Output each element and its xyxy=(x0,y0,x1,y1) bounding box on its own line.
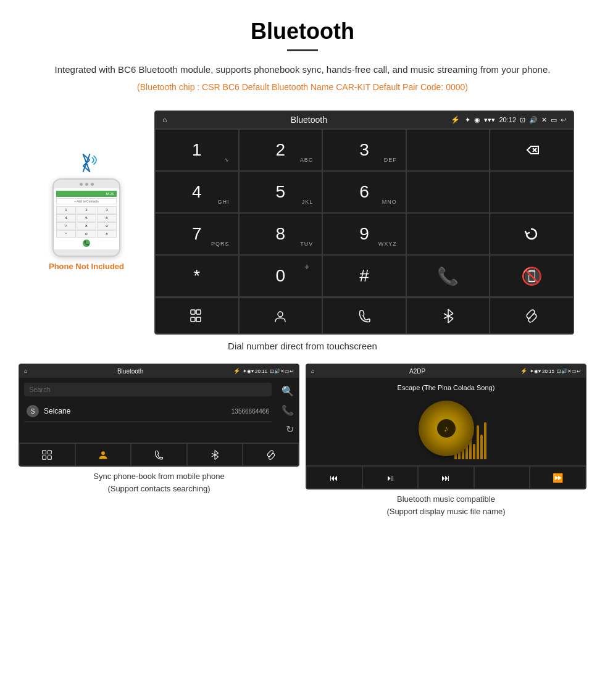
pb-bt-btn[interactable] xyxy=(187,443,243,466)
phone-key[interactable]: 3 xyxy=(97,206,117,214)
phone-key[interactable]: * xyxy=(56,230,76,238)
usb-icon-mini: ⚡ xyxy=(233,368,240,374)
control-icons-a2dp[interactable]: ⊡🔊✕▭↩ xyxy=(557,369,581,374)
dial-bottom-contacts[interactable] xyxy=(239,298,323,334)
a2dp-screen-wrapper: ⌂ A2DP ⚡ ✦◉▾ 20:15 ⊡🔊✕▭↩ Escape (The Pin… xyxy=(306,364,586,517)
refresh-icon xyxy=(523,225,540,243)
dial-key-2[interactable]: 2 ABC xyxy=(239,129,323,171)
phone-not-included-label: Phone Not Included xyxy=(49,262,124,271)
dial-key-hash[interactable]: # xyxy=(322,255,406,297)
apps-icon-pb xyxy=(42,450,52,460)
phone-key[interactable]: 0 xyxy=(77,230,96,238)
dial-bottom-apps[interactable] xyxy=(155,298,239,334)
svg-line-27 xyxy=(215,456,219,459)
phonebook-caption-line1: Sync phone-book from mobile phone xyxy=(93,470,224,483)
signal-icon: ▾▾▾ xyxy=(484,116,495,124)
link-icon xyxy=(525,309,538,323)
dial-number: 3 xyxy=(359,141,369,159)
phone-key[interactable]: # xyxy=(97,230,117,238)
pb-person-btn[interactable] xyxy=(75,443,131,466)
phone-key[interactable]: 4 xyxy=(56,214,76,222)
dial-bottom-phone[interactable] xyxy=(322,298,406,334)
dial-display-area xyxy=(406,129,490,171)
phone-key[interactable]: 1 xyxy=(56,206,76,214)
eq-bar xyxy=(484,422,486,459)
dial-key-0[interactable]: 0 + xyxy=(239,255,323,297)
phonebook-statusbar: ⌂ Bluetooth ⚡ ✦◉▾ 20:11 ⊡🔊✕▭↩ xyxy=(19,364,299,378)
dial-key-9[interactable]: 9 WXYZ xyxy=(322,213,406,255)
bluetooth-icon xyxy=(74,148,99,178)
dial-empty xyxy=(406,213,490,255)
status-icons-a2dp: ✦◉▾ 20:15 xyxy=(530,369,554,374)
pb-link-btn[interactable] xyxy=(243,443,299,466)
close-icon[interactable]: ✕ xyxy=(541,116,547,124)
a2dp-skip-btn[interactable]: ⏩ xyxy=(530,466,586,489)
phone-key[interactable]: 7 xyxy=(56,222,76,230)
location-icon: ◉ xyxy=(474,116,480,124)
contacts-icon xyxy=(273,309,287,323)
music-title: Escape (The Pina Colada Song) xyxy=(398,384,495,391)
dial-sub: TUV xyxy=(300,241,313,247)
dial-key-6[interactable]: 6 MNO xyxy=(322,171,406,213)
svg-rect-10 xyxy=(196,317,201,322)
dial-bottom-bluetooth[interactable] xyxy=(406,298,490,334)
music-disc-inner: ♪ xyxy=(437,419,456,438)
phone-key[interactable]: 6 xyxy=(97,214,117,222)
dial-key-8[interactable]: 8 TUV xyxy=(239,213,323,255)
refresh-icon-sidebar[interactable]: ↻ xyxy=(286,423,294,435)
dial-call-button[interactable]: 📞 xyxy=(406,255,490,297)
home-icon[interactable]: ⌂ xyxy=(162,115,167,124)
phone-icon-sidebar[interactable]: 📞 xyxy=(282,404,294,416)
home-icon-mini[interactable]: ⌂ xyxy=(24,368,27,374)
phonebook-screen-wrapper: ⌂ Bluetooth ⚡ ✦◉▾ 20:11 ⊡🔊✕▭↩ Search S S… xyxy=(19,364,299,517)
dial-backspace[interactable] xyxy=(490,129,574,171)
dial-number: # xyxy=(359,267,369,285)
dial-sub: GHI xyxy=(218,199,230,205)
dial-key-1[interactable]: 1 ∿ xyxy=(155,129,239,171)
music-disc: ♪ xyxy=(419,401,474,456)
phonebook-bottom-bar xyxy=(19,443,299,466)
cam-icon-mini[interactable]: ⊡🔊✕▭↩ xyxy=(270,369,294,374)
contact-number: 13566664466 xyxy=(232,408,269,415)
page-description: Integrated with BC6 Bluetooth module, su… xyxy=(37,62,568,77)
phonebook-statusbar-title: Bluetooth xyxy=(30,368,230,375)
phonebook-caption: Sync phone-book from mobile phone (Suppo… xyxy=(93,470,224,494)
phonebook-caption-line2: (Support contacts searching) xyxy=(93,483,224,495)
volume-icon[interactable]: 🔊 xyxy=(529,116,538,124)
phone-key[interactable]: 2 xyxy=(77,206,96,214)
phonebook-contact-row[interactable]: S Seicane 13566664466 xyxy=(24,401,272,422)
back-icon[interactable]: ↩ xyxy=(561,116,566,124)
dial-hangup-button[interactable]: 📵 xyxy=(490,255,574,297)
search-icon-sidebar[interactable]: 🔍 xyxy=(282,385,294,397)
a2dp-prev-btn[interactable]: ⏮ xyxy=(306,466,362,489)
dial-key-star[interactable]: * xyxy=(155,255,239,297)
a2dp-play-pause-btn[interactable]: ⏯ xyxy=(362,466,419,489)
bt-icon-mini: ✦◉▾ 20:11 xyxy=(243,369,267,374)
dial-key-4[interactable]: 4 GHI xyxy=(155,171,239,213)
phone-key[interactable]: 8 xyxy=(77,222,96,230)
phonebook-content-area: Search S Seicane 13566664466 🔍 📞 ↻ xyxy=(19,378,299,443)
phone-key[interactable]: 5 xyxy=(77,214,96,222)
a2dp-statusbar: ⌂ A2DP ⚡ ✦◉▾ 20:15 ⊡🔊✕▭↩ xyxy=(306,364,586,378)
dial-bottom-link[interactable] xyxy=(490,298,574,334)
dial-key-5[interactable]: 5 JKL xyxy=(239,171,323,213)
phone-call-button[interactable]: 📞 xyxy=(83,240,90,247)
svg-rect-21 xyxy=(48,456,52,459)
pb-phone-btn[interactable] xyxy=(131,443,187,466)
phonebook-search-bar[interactable]: Search xyxy=(24,383,272,396)
a2dp-next-btn[interactable]: ⏭ xyxy=(418,466,474,489)
a2dp-empty-btn xyxy=(474,466,530,489)
dial-key-3[interactable]: 3 DEF xyxy=(322,129,406,171)
music-art-container: ♪ xyxy=(406,398,486,459)
dial-key-7[interactable]: 7 PQRS xyxy=(155,213,239,255)
svg-rect-20 xyxy=(43,456,46,459)
window-icon[interactable]: ▭ xyxy=(551,116,557,124)
dial-refresh[interactable] xyxy=(490,213,574,255)
phone-key[interactable]: 9 xyxy=(97,222,117,230)
camera-icon[interactable]: ⊡ xyxy=(520,116,525,124)
page-header: Bluetooth Integrated with BC6 Bluetooth … xyxy=(0,0,605,110)
pb-apps-btn[interactable] xyxy=(19,443,75,466)
dial-number: 1 xyxy=(192,141,202,159)
bluetooth-pb-icon xyxy=(211,449,219,460)
home-icon-a2dp[interactable]: ⌂ xyxy=(311,368,314,374)
